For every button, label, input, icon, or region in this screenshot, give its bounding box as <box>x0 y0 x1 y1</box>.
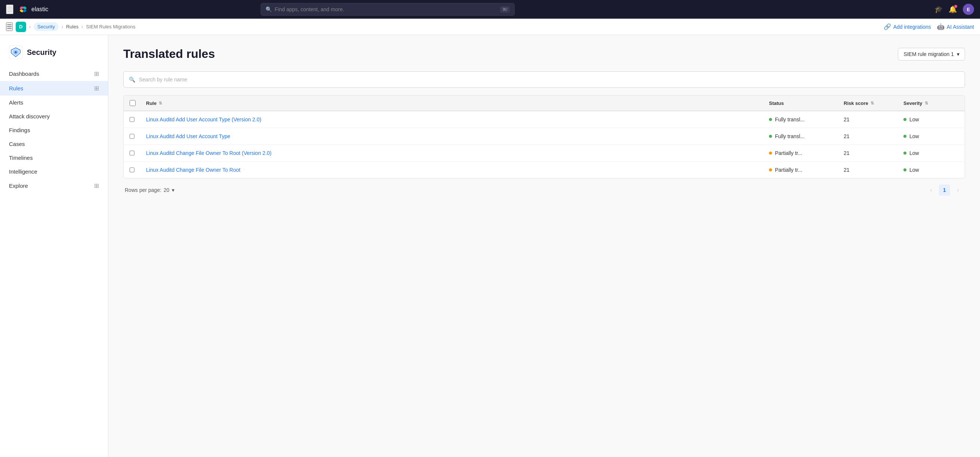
table-header: Rule ⇅ Status Risk score ⇅ Severity ⇅ <box>124 95 965 111</box>
row-risk-score: 21 <box>838 111 897 128</box>
top-navigation: ☰ elastic 🔍 ⌘/ 🎓 🔔 E <box>0 0 980 19</box>
sidebar-item-dashboards[interactable]: Dashboards⊞ <box>0 67 108 81</box>
sidebar: Security Dashboards⊞Rules⊞AlertsAttack d… <box>0 35 108 457</box>
table-row: Linux Auditd Add User Account Type (Vers… <box>124 111 965 128</box>
rule-link-2[interactable]: Linux Auditd Change File Owner To Root (… <box>146 150 272 156</box>
row-checkbox-cell <box>124 128 140 144</box>
notifications-icon-btn[interactable]: 🔔 <box>949 5 957 13</box>
search-input[interactable] <box>275 6 497 12</box>
breadcrumb-bar: ☰ D › Security › Rules › SIEM Rules Migr… <box>0 19 980 35</box>
rows-per-page-label: Rows per page: <box>125 187 161 193</box>
table-row: Linux Auditd Add User Account Type Fully… <box>124 128 965 145</box>
th-risk-score: Risk score ⇅ <box>838 95 897 111</box>
sidebar-item-label: Dashboards <box>9 71 39 77</box>
elastic-logo[interactable]: elastic <box>18 4 48 14</box>
next-page-btn[interactable]: › <box>952 184 964 196</box>
sidebar-logo: Security <box>0 43 108 67</box>
status-dot <box>769 118 772 121</box>
severity-label: Low <box>909 150 919 156</box>
training-icon-btn[interactable]: 🎓 <box>934 5 943 13</box>
row-status: Partially tr... <box>763 162 838 178</box>
sidebar-item-cases[interactable]: Cases <box>0 137 108 151</box>
row-risk-score: 21 <box>838 128 897 144</box>
severity-dot <box>904 168 907 171</box>
sidebar-app-name: Security <box>27 48 56 57</box>
ai-assistant-button[interactable]: 🤖 AI Assistant <box>937 23 974 30</box>
row-checkbox-cell <box>124 145 140 161</box>
elastic-logo-icon <box>18 4 29 14</box>
rows-per-page-value: 20 <box>164 187 170 193</box>
rows-per-page-chevron: ▾ <box>172 187 174 193</box>
sidebar-toggle[interactable]: ☰ <box>6 22 13 31</box>
rule-search-bar[interactable]: 🔍 <box>123 71 965 88</box>
status-label: Fully transl... <box>775 133 805 139</box>
svg-point-0 <box>18 5 28 14</box>
row-checkbox-0[interactable] <box>130 116 134 122</box>
rule-link-3[interactable]: Linux Auditd Change File Owner To Root <box>146 167 240 173</box>
global-search[interactable]: 🔍 ⌘/ <box>261 3 515 16</box>
notification-badge <box>954 5 958 8</box>
content-area: Translated rules SIEM rule migration 1 ▾… <box>108 35 980 457</box>
status-label: Partially tr... <box>775 150 802 156</box>
prev-page-btn[interactable]: ‹ <box>926 184 937 196</box>
breadcrumb-rules[interactable]: Rules <box>66 24 78 30</box>
row-checkbox-3[interactable] <box>130 167 134 173</box>
status-label: Partially tr... <box>775 167 802 173</box>
rows-per-page[interactable]: Rows per page: 20 ▾ <box>125 187 174 193</box>
row-rule-name: Linux Auditd Add User Account Type (Vers… <box>140 111 763 128</box>
sidebar-item-label: Explore <box>9 182 28 189</box>
sidebar-item-attack-discovery[interactable]: Attack discovery <box>0 109 108 123</box>
row-severity: Low <box>897 111 965 128</box>
current-page: 1 <box>939 184 950 196</box>
row-rule-name: Linux Auditd Change File Owner To Root (… <box>140 145 763 161</box>
grid-icon: ⊞ <box>94 70 99 77</box>
sidebar-item-timelines[interactable]: Timelines <box>0 151 108 165</box>
sidebar-item-explore[interactable]: Explore⊞ <box>0 178 108 193</box>
table-row: Linux Auditd Change File Owner To Root (… <box>124 145 965 162</box>
sidebar-item-rules[interactable]: Rules⊞ <box>0 81 108 95</box>
th-status: Status <box>763 95 838 111</box>
row-checkbox-2[interactable] <box>130 150 134 156</box>
page-title: Translated rules <box>123 47 215 61</box>
migration-dropdown[interactable]: SIEM rule migration 1 ▾ <box>898 48 965 60</box>
severity-dot <box>904 135 907 138</box>
add-integrations-button[interactable]: 🔗 Add integrations <box>884 23 931 30</box>
user-avatar-btn[interactable]: E <box>963 4 974 15</box>
rule-link-0[interactable]: Linux Auditd Add User Account Type (Vers… <box>146 116 261 122</box>
severity-dot <box>904 118 907 121</box>
grid-icon: ⊞ <box>94 182 99 189</box>
th-rule: Rule ⇅ <box>140 95 763 111</box>
severity-sort-icon[interactable]: ⇅ <box>925 101 928 106</box>
row-severity: Low <box>897 128 965 144</box>
breadcrumb-siem-migrations: SIEM Rules Migrations <box>86 24 135 30</box>
breadcrumb-actions: 🔗 Add integrations 🤖 AI Assistant <box>884 23 974 30</box>
breadcrumb-security[interactable]: Security <box>33 22 59 31</box>
severity-label: Low <box>909 116 919 122</box>
sidebar-item-findings[interactable]: Findings <box>0 123 108 137</box>
select-all-checkbox[interactable] <box>130 100 135 106</box>
add-integrations-icon: 🔗 <box>884 23 891 30</box>
severity-label: Low <box>909 133 919 139</box>
breadcrumb-sep-1: › <box>29 24 30 30</box>
rule-sort-icon[interactable]: ⇅ <box>159 101 162 106</box>
row-severity: Low <box>897 162 965 178</box>
rule-link-1[interactable]: Linux Auditd Add User Account Type <box>146 133 230 139</box>
security-logo-icon <box>9 46 22 59</box>
sidebar-item-intelligence[interactable]: Intelligence <box>0 165 108 178</box>
sidebar-item-label: Timelines <box>9 155 33 161</box>
risk-score-sort-icon[interactable]: ⇅ <box>870 101 874 106</box>
menu-toggle[interactable]: ☰ <box>6 5 13 14</box>
rule-search-icon: 🔍 <box>129 76 135 83</box>
sidebar-nav: Dashboards⊞Rules⊞AlertsAttack discoveryF… <box>0 67 108 193</box>
sidebar-item-label: Rules <box>9 85 23 92</box>
ai-assistant-icon: 🤖 <box>937 23 945 30</box>
rule-search-input[interactable] <box>139 76 959 83</box>
grid-icon: ⊞ <box>94 85 99 92</box>
row-checkbox-1[interactable] <box>130 133 134 139</box>
breadcrumb-sep-3: › <box>81 24 83 30</box>
row-checkbox-cell <box>124 111 140 128</box>
sidebar-item-alerts[interactable]: Alerts <box>0 95 108 109</box>
pagination: Rows per page: 20 ▾ ‹ 1 › <box>123 178 965 196</box>
status-dot <box>769 152 772 155</box>
row-severity: Low <box>897 145 965 161</box>
